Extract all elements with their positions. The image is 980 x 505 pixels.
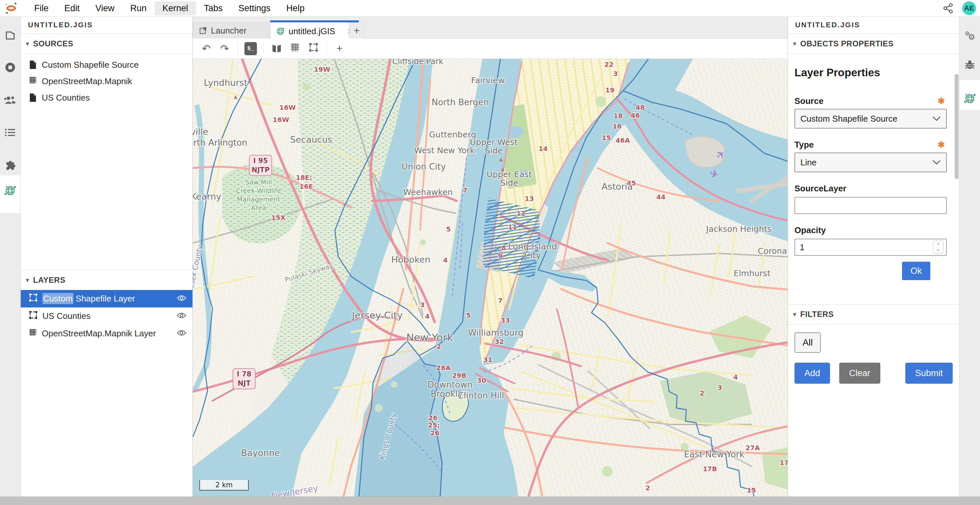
- file-browser-icon[interactable]: [0, 25, 21, 46]
- road-number-label: 11: [508, 223, 517, 231]
- filter-submit-button[interactable]: Submit: [905, 363, 953, 384]
- form-title: Layer Properties: [794, 67, 953, 79]
- chevron-down-icon: [932, 160, 941, 165]
- eye-icon[interactable]: [177, 329, 186, 336]
- peak-icon: ▲: [499, 156, 503, 162]
- road-number-label: 2: [436, 343, 441, 351]
- launcher-icon: [199, 27, 207, 35]
- place-label: Side: [485, 146, 503, 156]
- source-label: OpenStreetMap.Mapnik: [42, 76, 132, 86]
- road-number-label: 7: [498, 297, 503, 305]
- tab-untitled-jgis[interactable]: untitled.jGIS×: [270, 21, 359, 40]
- plus-button[interactable]: +: [332, 41, 347, 56]
- tab-launcher[interactable]: Launcher×: [193, 22, 282, 38]
- filters-header[interactable]: ▾ FILTERS: [788, 304, 959, 324]
- filter-clear-button[interactable]: Clear: [839, 363, 880, 384]
- undo-button[interactable]: ↶: [199, 41, 214, 56]
- road-number-label: 19W: [314, 65, 330, 73]
- objects-properties-header[interactable]: ▾ OBJECTS PROPERTIES: [788, 34, 959, 54]
- scrollbar-thumb[interactable]: [955, 74, 959, 179]
- table-of-contents-icon[interactable]: [0, 122, 21, 143]
- eye-icon[interactable]: [177, 294, 186, 302]
- place-label: Guttenberg: [429, 130, 476, 140]
- book-button[interactable]: [269, 41, 284, 56]
- redo-button[interactable]: ↷: [217, 41, 232, 56]
- number-spinner[interactable]: ⌃⌄: [933, 241, 943, 254]
- road-number-label: 29B: [452, 372, 466, 380]
- vector-square-icon: [29, 310, 38, 319]
- vector-square-icon: [29, 293, 38, 302]
- opacity-input[interactable]: 1⌃⌄: [794, 239, 947, 256]
- source-item[interactable]: US Counties: [21, 89, 192, 106]
- menu-item-view[interactable]: View: [88, 1, 123, 16]
- source-item[interactable]: OpenStreetMap.Mapnik: [21, 73, 192, 89]
- svg-text:⚙: ⚙: [968, 32, 975, 42]
- place-label: Corona: [758, 246, 787, 256]
- vector-square-icon: [309, 43, 318, 52]
- ok-button[interactable]: Ok: [902, 262, 930, 280]
- layer-row[interactable]: US Counties: [21, 307, 192, 325]
- file-icon: [29, 93, 37, 102]
- openstreetmap-view[interactable]: I 95NJTPI 78NJT 19W16W16W18E;16E15X22319…: [193, 59, 788, 497]
- source-label: Custom Shapefile Source: [42, 60, 139, 70]
- place-label: Bayonne: [241, 448, 280, 458]
- menu-item-help[interactable]: Help: [278, 1, 312, 16]
- place-label: Weehawken: [403, 187, 453, 197]
- property-inspector-icon[interactable]: ⚙⚙: [959, 25, 980, 46]
- right-activity-bar: ⚙⚙: [959, 16, 980, 505]
- road-number-label: 3: [420, 301, 425, 309]
- menu-item-file[interactable]: File: [26, 1, 57, 16]
- console-button[interactable]: $_: [243, 41, 258, 56]
- source-select[interactable]: Custom Shapefile Source: [794, 109, 947, 129]
- input-value: 1: [800, 242, 804, 252]
- road-number-label: 4: [443, 256, 448, 264]
- source-item[interactable]: Custom Shapefile Source: [21, 57, 192, 73]
- place-label: Elmhurst: [733, 268, 770, 278]
- filter-add-button[interactable]: Add: [794, 363, 830, 384]
- menu-bar: FileEditViewRunKernelTabsSettingsHelp AE: [0, 0, 980, 17]
- type-select[interactable]: Line: [794, 152, 947, 172]
- jgis-panel-icon[interactable]: [0, 180, 21, 201]
- filter-all-button[interactable]: All: [794, 332, 821, 353]
- collaborators-icon[interactable]: [0, 90, 21, 111]
- layer-row[interactable]: OpenStreetMap.Mapnik Layer: [21, 325, 192, 342]
- layers-header-label: LAYERS: [33, 276, 65, 285]
- place-label: eville: [193, 127, 208, 137]
- eye-icon[interactable]: [177, 312, 186, 319]
- vector-button[interactable]: [306, 41, 321, 56]
- jgis-panel-icon-right[interactable]: [959, 88, 980, 109]
- running-sessions-icon[interactable]: [0, 57, 21, 78]
- layer-label: US Counties: [43, 311, 91, 321]
- road-number-label: 48: [636, 103, 645, 111]
- layers-section-header[interactable]: ▾ LAYERS: [21, 270, 192, 290]
- road-number-label: 31: [483, 356, 492, 364]
- road-number-label: 18: [614, 112, 623, 120]
- menu-item-run[interactable]: Run: [123, 1, 154, 16]
- right-panel-title: UNTITLED.JGIS: [788, 16, 959, 34]
- menu-item-edit[interactable]: Edit: [57, 1, 88, 16]
- menu-item-kernel[interactable]: Kernel: [154, 1, 196, 16]
- place-label: Creek Wildlife: [236, 187, 281, 195]
- left-panel: UNTITLED.JGIS ▾ SOURCES Custom Shapefile…: [21, 16, 193, 497]
- custom-shapefile-layer[interactable]: [483, 198, 540, 278]
- grid-button[interactable]: [288, 41, 303, 56]
- new-tab-button[interactable]: +: [349, 22, 364, 38]
- menu-item-settings[interactable]: Settings: [231, 1, 278, 16]
- layer-row[interactable]: Custom Shapefile Layer: [21, 290, 192, 307]
- road-number-label: 17: [780, 459, 788, 467]
- grid-icon: [290, 43, 300, 52]
- map-canvas[interactable]: I 95NJTPI 78NJT 19W16W16W18E;16E15X22319…: [193, 59, 788, 497]
- menu-item-tabs[interactable]: Tabs: [196, 1, 231, 16]
- sourcelayer-input[interactable]: [794, 197, 947, 214]
- extensions-icon[interactable]: [0, 156, 21, 176]
- road-number-label: 14: [539, 145, 548, 152]
- place-label: Jackson Heights: [706, 224, 772, 234]
- road-number-label: 3: [613, 70, 618, 78]
- place-label: Clinton Hill: [458, 391, 504, 400]
- avatar[interactable]: AE: [962, 1, 976, 15]
- sources-section-header[interactable]: ▾ SOURCES: [21, 34, 192, 54]
- share-icon[interactable]: [942, 3, 954, 14]
- place-label: City: [524, 250, 541, 260]
- debugger-icon[interactable]: [959, 54, 980, 75]
- undo-icon: ↶: [202, 43, 211, 55]
